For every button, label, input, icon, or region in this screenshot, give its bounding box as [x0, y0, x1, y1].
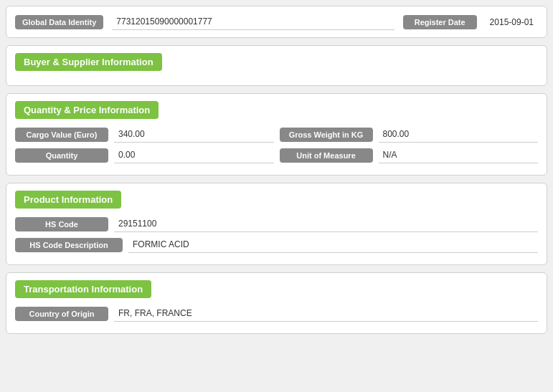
gross-weight-group: Gross Weight in KG 800.00: [280, 126, 539, 143]
cargo-value-group: Cargo Value (Euro) 340.00: [15, 126, 274, 143]
global-data-value: 77312015090000001777: [112, 14, 394, 30]
cargo-value-label: Cargo Value (Euro): [15, 128, 108, 142]
quantity-price-card: Quantity & Price Information Cargo Value…: [6, 93, 547, 176]
register-date-value: 2015-09-01: [486, 14, 538, 30]
hs-desc-label: HS Code Description: [15, 238, 123, 252]
hs-code-row: HS Code 29151100: [15, 216, 538, 232]
gross-weight-label: Gross Weight in KG: [280, 128, 373, 142]
country-origin-row: Country of Origin FR, FRA, FRANCE: [15, 305, 538, 322]
uom-label: Unit of Measure: [280, 148, 373, 163]
uom-group: Unit of Measure N/A: [280, 147, 539, 163]
quantity-label: Quantity: [15, 148, 108, 163]
transportation-header: Transportation Information: [15, 280, 151, 298]
global-data-label: Global Data Identity: [15, 15, 103, 29]
global-data-card: Global Data Identity 7731201509000000177…: [6, 6, 547, 38]
hs-desc-value: FORMIC ACID: [128, 236, 538, 253]
hs-code-value: 29151100: [114, 216, 538, 232]
hs-desc-row: HS Code Description FORMIC ACID: [15, 236, 538, 253]
buyer-supplier-card: Buyer & Supplier Information: [6, 45, 547, 86]
country-origin-group: Country of Origin FR, FRA, FRANCE: [15, 305, 538, 322]
hs-code-group: HS Code 29151100: [15, 216, 538, 232]
product-header: Product Information: [15, 191, 121, 209]
hs-desc-group: HS Code Description FORMIC ACID: [15, 236, 538, 253]
country-origin-label: Country of Origin: [15, 307, 108, 321]
quantity-price-header: Quantity & Price Information: [15, 101, 159, 119]
quantity-uom-row: Quantity 0.00 Unit of Measure N/A: [15, 147, 538, 163]
cargo-value-value: 340.00: [114, 126, 274, 143]
cargo-gross-row: Cargo Value (Euro) 340.00 Gross Weight i…: [15, 126, 538, 143]
global-data-row: Global Data Identity 7731201509000000177…: [15, 14, 538, 30]
buyer-supplier-header: Buyer & Supplier Information: [15, 53, 162, 71]
product-card: Product Information HS Code 29151100 HS …: [6, 183, 547, 265]
uom-value: N/A: [379, 147, 539, 163]
hs-code-label: HS Code: [15, 217, 108, 231]
quantity-group: Quantity 0.00: [15, 147, 274, 163]
register-date-label: Register Date: [403, 15, 477, 29]
quantity-value: 0.00: [114, 147, 274, 163]
gross-weight-value: 800.00: [379, 126, 539, 143]
country-origin-value: FR, FRA, FRANCE: [114, 305, 538, 322]
transportation-card: Transportation Information Country of Or…: [6, 272, 547, 334]
